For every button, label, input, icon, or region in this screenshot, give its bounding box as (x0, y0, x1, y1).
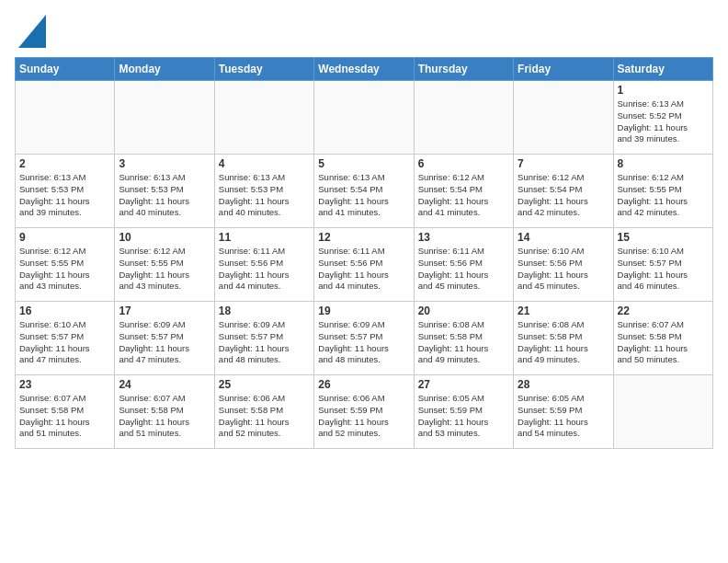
day-number: 20 (418, 304, 509, 317)
day-info: Sunrise: 6:10 AM Sunset: 5:57 PM Dayligh… (19, 319, 110, 366)
day-info: Sunrise: 6:12 AM Sunset: 5:54 PM Dayligh… (418, 172, 509, 219)
day-info: Sunrise: 6:12 AM Sunset: 5:54 PM Dayligh… (518, 172, 609, 219)
day-number: 3 (119, 157, 210, 170)
day-number: 21 (518, 304, 609, 317)
calendar-cell: 9Sunrise: 6:12 AM Sunset: 5:55 PM Daylig… (16, 228, 115, 302)
day-number: 5 (318, 157, 409, 170)
calendar-cell: 2Sunrise: 6:13 AM Sunset: 5:53 PM Daylig… (16, 155, 115, 228)
page-header (15, 15, 713, 48)
day-info: Sunrise: 6:06 AM Sunset: 5:58 PM Dayligh… (219, 393, 310, 440)
svg-marker-0 (18, 15, 46, 48)
calendar-row: 16Sunrise: 6:10 AM Sunset: 5:57 PM Dayli… (16, 302, 713, 375)
day-number: 8 (618, 157, 709, 170)
day-number: 1 (618, 84, 709, 97)
day-info: Sunrise: 6:07 AM Sunset: 5:58 PM Dayligh… (618, 319, 709, 366)
day-info: Sunrise: 6:06 AM Sunset: 5:59 PM Dayligh… (318, 393, 409, 440)
calendar-row: 23Sunrise: 6:07 AM Sunset: 5:58 PM Dayli… (16, 375, 713, 449)
calendar-cell: 8Sunrise: 6:12 AM Sunset: 5:55 PM Daylig… (613, 155, 712, 228)
weekday-header: Wednesday (314, 58, 414, 81)
calendar-cell: 1Sunrise: 6:13 AM Sunset: 5:52 PM Daylig… (613, 81, 712, 155)
calendar-cell: 6Sunrise: 6:12 AM Sunset: 5:54 PM Daylig… (414, 155, 513, 228)
day-info: Sunrise: 6:05 AM Sunset: 5:59 PM Dayligh… (418, 393, 509, 440)
calendar-cell (414, 81, 513, 155)
calendar-cell: 24Sunrise: 6:07 AM Sunset: 5:58 PM Dayli… (115, 375, 214, 449)
day-number: 18 (219, 304, 310, 317)
calendar-cell: 15Sunrise: 6:10 AM Sunset: 5:57 PM Dayli… (613, 228, 712, 302)
calendar-cell: 14Sunrise: 6:10 AM Sunset: 5:56 PM Dayli… (514, 228, 613, 302)
day-info: Sunrise: 6:12 AM Sunset: 5:55 PM Dayligh… (19, 246, 110, 293)
day-number: 12 (318, 231, 409, 244)
calendar-cell: 5Sunrise: 6:13 AM Sunset: 5:54 PM Daylig… (314, 155, 414, 228)
day-info: Sunrise: 6:09 AM Sunset: 5:57 PM Dayligh… (119, 319, 210, 366)
day-number: 19 (318, 304, 409, 317)
day-number: 10 (119, 231, 210, 244)
day-number: 16 (19, 304, 110, 317)
day-number: 28 (518, 378, 609, 391)
logo-icon (18, 15, 46, 48)
day-number: 14 (518, 231, 609, 244)
calendar-cell: 7Sunrise: 6:12 AM Sunset: 5:54 PM Daylig… (514, 155, 613, 228)
calendar-cell: 23Sunrise: 6:07 AM Sunset: 5:58 PM Dayli… (16, 375, 115, 449)
weekday-header: Saturday (613, 58, 712, 81)
day-info: Sunrise: 6:05 AM Sunset: 5:59 PM Dayligh… (518, 393, 609, 440)
day-info: Sunrise: 6:11 AM Sunset: 5:56 PM Dayligh… (418, 246, 509, 293)
calendar-cell: 3Sunrise: 6:13 AM Sunset: 5:53 PM Daylig… (115, 155, 214, 228)
weekday-row: SundayMondayTuesdayWednesdayThursdayFrid… (16, 58, 713, 81)
calendar-cell: 28Sunrise: 6:05 AM Sunset: 5:59 PM Dayli… (514, 375, 613, 449)
day-number: 11 (219, 231, 310, 244)
day-number: 15 (618, 231, 709, 244)
day-info: Sunrise: 6:07 AM Sunset: 5:58 PM Dayligh… (19, 393, 110, 440)
calendar-cell (514, 81, 613, 155)
calendar-header: SundayMondayTuesdayWednesdayThursdayFrid… (16, 58, 713, 81)
calendar-cell (314, 81, 414, 155)
calendar-cell (16, 81, 115, 155)
day-info: Sunrise: 6:07 AM Sunset: 5:58 PM Dayligh… (119, 393, 210, 440)
calendar-cell (214, 81, 313, 155)
calendar-cell: 26Sunrise: 6:06 AM Sunset: 5:59 PM Dayli… (314, 375, 414, 449)
day-number: 17 (119, 304, 210, 317)
weekday-header: Thursday (414, 58, 513, 81)
day-info: Sunrise: 6:10 AM Sunset: 5:56 PM Dayligh… (518, 246, 609, 293)
calendar-cell: 17Sunrise: 6:09 AM Sunset: 5:57 PM Dayli… (115, 302, 214, 375)
day-info: Sunrise: 6:13 AM Sunset: 5:53 PM Dayligh… (219, 172, 310, 219)
day-number: 7 (518, 157, 609, 170)
day-info: Sunrise: 6:13 AM Sunset: 5:54 PM Dayligh… (318, 172, 409, 219)
calendar-row: 2Sunrise: 6:13 AM Sunset: 5:53 PM Daylig… (16, 155, 713, 228)
day-info: Sunrise: 6:11 AM Sunset: 5:56 PM Dayligh… (318, 246, 409, 293)
day-info: Sunrise: 6:13 AM Sunset: 5:53 PM Dayligh… (19, 172, 110, 219)
day-info: Sunrise: 6:08 AM Sunset: 5:58 PM Dayligh… (418, 319, 509, 366)
day-number: 23 (19, 378, 110, 391)
weekday-header: Tuesday (214, 58, 313, 81)
day-number: 9 (19, 231, 110, 244)
day-number: 2 (19, 157, 110, 170)
calendar-cell: 20Sunrise: 6:08 AM Sunset: 5:58 PM Dayli… (414, 302, 513, 375)
day-info: Sunrise: 6:11 AM Sunset: 5:56 PM Dayligh… (219, 246, 310, 293)
day-info: Sunrise: 6:09 AM Sunset: 5:57 PM Dayligh… (318, 319, 409, 366)
calendar-cell: 10Sunrise: 6:12 AM Sunset: 5:55 PM Dayli… (115, 228, 214, 302)
day-info: Sunrise: 6:13 AM Sunset: 5:53 PM Dayligh… (119, 172, 210, 219)
day-number: 27 (418, 378, 509, 391)
calendar-cell: 12Sunrise: 6:11 AM Sunset: 5:56 PM Dayli… (314, 228, 414, 302)
calendar-body: 1Sunrise: 6:13 AM Sunset: 5:52 PM Daylig… (16, 81, 713, 449)
calendar-cell (613, 375, 712, 449)
calendar-cell: 27Sunrise: 6:05 AM Sunset: 5:59 PM Dayli… (414, 375, 513, 449)
day-number: 25 (219, 378, 310, 391)
calendar-table: SundayMondayTuesdayWednesdayThursdayFrid… (15, 57, 713, 449)
weekday-header: Friday (514, 58, 613, 81)
day-number: 26 (318, 378, 409, 391)
day-number: 13 (418, 231, 509, 244)
day-info: Sunrise: 6:09 AM Sunset: 5:57 PM Dayligh… (219, 319, 310, 366)
day-info: Sunrise: 6:10 AM Sunset: 5:57 PM Dayligh… (618, 246, 709, 293)
calendar-row: 1Sunrise: 6:13 AM Sunset: 5:52 PM Daylig… (16, 81, 713, 155)
calendar-cell: 21Sunrise: 6:08 AM Sunset: 5:58 PM Dayli… (514, 302, 613, 375)
calendar-cell: 4Sunrise: 6:13 AM Sunset: 5:53 PM Daylig… (214, 155, 313, 228)
calendar-cell: 13Sunrise: 6:11 AM Sunset: 5:56 PM Dayli… (414, 228, 513, 302)
day-number: 24 (119, 378, 210, 391)
weekday-header: Sunday (16, 58, 115, 81)
day-number: 22 (618, 304, 709, 317)
calendar-cell (115, 81, 214, 155)
calendar-cell: 19Sunrise: 6:09 AM Sunset: 5:57 PM Dayli… (314, 302, 414, 375)
calendar-row: 9Sunrise: 6:12 AM Sunset: 5:55 PM Daylig… (16, 228, 713, 302)
logo (15, 15, 46, 48)
day-info: Sunrise: 6:13 AM Sunset: 5:52 PM Dayligh… (618, 98, 709, 145)
